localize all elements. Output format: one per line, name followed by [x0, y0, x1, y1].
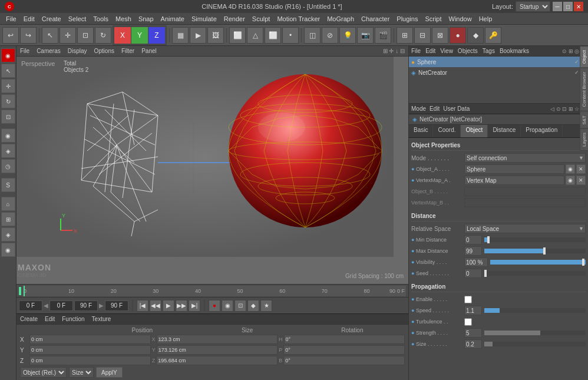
left-tool-10[interactable]: ⌂ [1, 197, 15, 211]
object-sphere[interactable]: ● Sphere ✓ ⊙ [409, 57, 588, 67]
z-axis-btn[interactable]: Z [148, 27, 165, 44]
vertexmap-a-icon1[interactable]: ◉ [566, 176, 575, 185]
close-button[interactable]: ✕ [574, 2, 583, 11]
y-size-input[interactable] [157, 345, 278, 355]
tab-coord[interactable]: Coord. [433, 125, 461, 137]
go-first-button[interactable]: |◀ [137, 300, 148, 312]
polygon-btn[interactable]: △ [247, 27, 263, 44]
rm-tags[interactable]: Tags [483, 48, 495, 54]
left-tool-12[interactable]: ◈ [1, 227, 15, 242]
x-size-input[interactable] [157, 335, 278, 344]
menu-file[interactable]: File [2, 14, 20, 24]
fps-input[interactable] [105, 300, 128, 311]
y-axis-btn[interactable]: Y [131, 27, 148, 44]
seed-slider[interactable] [484, 271, 586, 276]
rm-file[interactable]: File [411, 48, 421, 54]
vertexmap-a-value[interactable]: Vertex Map [464, 176, 564, 185]
object-a-icon2[interactable]: ✕ [576, 164, 586, 174]
motion-record-button[interactable]: ◆ [247, 300, 259, 312]
menu-simulate[interactable]: Simulate [188, 14, 220, 24]
redo-button[interactable]: ↪ [20, 27, 37, 44]
menu-render[interactable]: Render [220, 14, 249, 24]
bottom-texture[interactable]: Texture [92, 316, 111, 322]
strength-slider[interactable] [484, 331, 586, 335]
turbulence-checkbox[interactable] [464, 318, 472, 326]
rm-view[interactable]: View [440, 48, 453, 54]
menu-sculpt[interactable]: Sculpt [249, 14, 274, 24]
frame-start-input[interactable] [19, 300, 42, 311]
vp-menu-options[interactable]: Options [94, 48, 114, 54]
menu-tools[interactable]: Tools [90, 14, 112, 24]
render-region-btn[interactable]: ▦ [172, 27, 189, 44]
menu-window[interactable]: Window [445, 14, 475, 24]
x-axis-btn[interactable]: X [114, 27, 131, 44]
autokey-btn[interactable]: 🔑 [485, 27, 501, 44]
bookmark-button[interactable]: ★ [260, 300, 272, 312]
rm-edit[interactable]: Edit [425, 48, 435, 54]
vertexmap-a-icon2[interactable]: ✕ [576, 176, 586, 185]
visibility-input[interactable]: 100 % [464, 257, 488, 267]
move-tool[interactable]: ✛ [60, 27, 76, 44]
vp-menu-filter[interactable]: Filter [121, 48, 134, 54]
left-tool-5[interactable]: ⊡ [1, 110, 15, 124]
vp-menu-cameras[interactable]: Cameras [37, 48, 61, 54]
left-tool-9[interactable]: S [1, 178, 15, 192]
frame-current-input[interactable] [49, 300, 73, 311]
menu-script[interactable]: Script [421, 14, 445, 24]
speed-slider[interactable] [484, 308, 586, 313]
bottom-create[interactable]: Create [20, 316, 38, 322]
bottom-edit[interactable]: Edit [45, 316, 55, 322]
frame-end-input[interactable] [74, 300, 98, 311]
auto-key-button[interactable]: ⊡ [234, 300, 246, 312]
menu-animate[interactable]: Animate [157, 14, 188, 24]
menu-select[interactable]: Select [65, 14, 90, 24]
max-distance-input[interactable]: 99 [464, 246, 482, 256]
side-tab-object[interactable]: Object [580, 46, 588, 68]
play-button[interactable]: ▶ [163, 300, 174, 312]
z-size-input[interactable] [156, 356, 278, 365]
left-tool-6[interactable]: ◉ [1, 128, 15, 143]
maximize-button[interactable]: □ [563, 2, 573, 11]
quantize-btn[interactable]: ⊠ [432, 27, 448, 44]
side-tab-layers[interactable]: Layers [580, 128, 588, 151]
go-last-button[interactable]: ▶| [189, 300, 200, 312]
p-rot-input[interactable] [283, 345, 405, 355]
tab-propagation[interactable]: Propagation [521, 125, 563, 137]
h-rot-input[interactable] [284, 335, 405, 344]
left-tool-4[interactable]: ↻ [1, 94, 15, 108]
vp-menu-display[interactable]: Display [68, 48, 87, 54]
menu-create[interactable]: Create [38, 14, 65, 24]
object-b-value[interactable] [464, 187, 586, 196]
x-pos-input[interactable] [29, 335, 151, 344]
max-distance-slider[interactable] [484, 249, 586, 253]
menu-character[interactable]: Character [358, 14, 393, 24]
relative-space-value[interactable]: Local Space ▼ [464, 224, 586, 233]
left-tool-13[interactable]: ◉ [1, 243, 15, 257]
viewport-3d[interactable]: Perspective Total Objects 2 Grid Spacing… [16, 57, 408, 284]
vp-menu-file[interactable]: File [20, 48, 29, 54]
scene-btn[interactable]: 🎬 [375, 27, 391, 44]
enable-checkbox[interactable] [464, 296, 472, 303]
left-tool-2[interactable]: ↖ [1, 64, 15, 78]
edge-btn[interactable]: ⬜ [265, 27, 281, 44]
y-pos-input[interactable] [29, 345, 151, 355]
apply-button[interactable]: ApplY [96, 367, 123, 378]
render-btn[interactable]: ▶ [190, 27, 206, 44]
material-btn[interactable]: ⊘ [322, 27, 338, 44]
vp-menu-panel[interactable]: Panel [141, 48, 157, 54]
size-select[interactable]: Size [69, 367, 94, 378]
object-a-icon1[interactable]: ◉ [566, 164, 575, 174]
side-tab-content-browser[interactable]: Content Browser [580, 68, 588, 111]
menu-snap[interactable]: Snap [135, 14, 157, 24]
menu-mesh[interactable]: Mesh [112, 14, 135, 24]
menu-plugins[interactable]: Plugins [393, 14, 421, 24]
record-sel-button[interactable]: ◉ [222, 300, 233, 312]
rm-bookmarks[interactable]: Bookmarks [500, 48, 529, 54]
b-rot-input[interactable] [283, 356, 405, 365]
render-picture-viewer-btn[interactable]: 🖼 [207, 27, 224, 44]
object-netcreator[interactable]: ◈ NetCreator ✓ ⊙ [409, 67, 588, 78]
layout-select[interactable]: Startup [516, 1, 550, 12]
grid-btn[interactable]: ⊟ [414, 27, 431, 44]
record-btn[interactable]: ● [450, 27, 466, 44]
menu-mograph[interactable]: MoGraph [323, 14, 358, 24]
